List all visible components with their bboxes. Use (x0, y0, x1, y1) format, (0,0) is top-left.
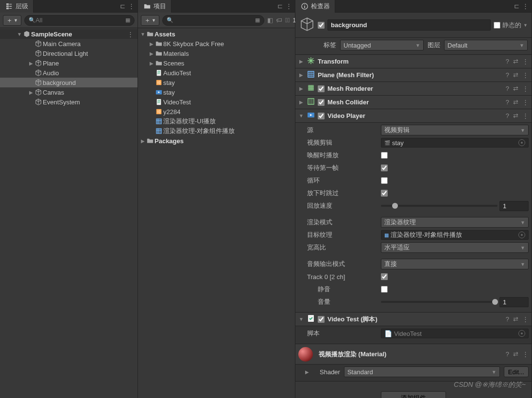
wait-first-frame-checkbox[interactable] (381, 165, 388, 171)
hierarchy-item[interactable]: Plane (0, 58, 137, 68)
hierarchy-item[interactable]: Main Camera (0, 39, 137, 49)
hierarchy-search-input[interactable] (35, 17, 125, 24)
target-texture-field[interactable]: ▦渲染器纹理-对象组件播放 (381, 230, 529, 240)
inspector-tab[interactable]: 检查器 (295, 0, 335, 13)
project-item[interactable]: #VideoTest (138, 97, 295, 107)
preset-icon[interactable]: ⇄ (513, 58, 518, 65)
menu-icon[interactable]: ⋮ (522, 85, 529, 92)
aspect-dropdown[interactable]: 水平适应▼ (381, 242, 529, 253)
packages-row[interactable]: Packages (138, 136, 295, 146)
preset-icon[interactable]: ⇄ (513, 315, 518, 323)
lock-icon[interactable]: ⊏ (277, 2, 283, 10)
expand-arrow[interactable] (304, 369, 310, 375)
tag-dropdown[interactable]: Untagged▼ (340, 40, 424, 50)
search-type-icon[interactable]: ▦ (255, 17, 260, 23)
expand-arrow[interactable] (298, 100, 304, 105)
source-dropdown[interactable]: 视频剪辑▼ (381, 125, 529, 135)
expand-arrow[interactable] (28, 61, 34, 66)
help-icon[interactable]: ? (506, 85, 509, 92)
hierarchy-item[interactable]: Canvas (0, 87, 137, 97)
project-item[interactable]: Scenes (138, 58, 295, 68)
mute-checkbox[interactable] (381, 286, 388, 293)
component-enabled-checkbox[interactable] (318, 85, 325, 92)
lock-icon[interactable]: ⊏ (514, 2, 519, 10)
filter-icon[interactable]: ◧ (267, 17, 273, 24)
project-item[interactable]: y2284 (138, 107, 295, 116)
hierarchy-search[interactable]: 🔍 ▦ (24, 15, 135, 26)
menu-icon[interactable]: ⋮ (522, 2, 529, 10)
lock-icon[interactable]: ⊏ (120, 2, 125, 10)
help-icon[interactable]: ? (506, 58, 509, 65)
clip-object-field[interactable]: 🎬stay (381, 138, 529, 148)
hierarchy-item[interactable]: Directional Light (0, 49, 137, 58)
menu-icon[interactable]: ⋮ (522, 350, 529, 358)
active-checkbox[interactable] (318, 22, 325, 29)
component-enabled-checkbox[interactable] (318, 316, 325, 323)
object-picker-icon[interactable] (518, 232, 525, 238)
mesh-collider-header[interactable]: Mesh Collider ?⇄⋮ (295, 96, 532, 109)
project-item[interactable]: Materials (138, 49, 295, 58)
static-dropdown[interactable]: 静态的 ▼ (494, 21, 528, 30)
expand-arrow[interactable] (17, 32, 22, 37)
menu-icon[interactable]: ⋮ (522, 315, 529, 323)
menu-icon[interactable]: ⋮ (128, 2, 135, 10)
help-icon[interactable]: ? (506, 71, 509, 79)
help-icon[interactable]: ? (506, 350, 509, 358)
project-item[interactable]: stay (138, 87, 295, 97)
hierarchy-item[interactable]: EventSystem (0, 97, 137, 107)
expand-arrow[interactable] (140, 32, 146, 37)
create-dropdown[interactable]: ＋▼ (141, 15, 159, 26)
volume-slider[interactable] (381, 301, 498, 303)
component-enabled-checkbox[interactable] (318, 113, 325, 119)
search-type-icon[interactable]: ▦ (125, 17, 130, 23)
project-item[interactable]: stay (138, 78, 295, 87)
help-icon[interactable]: ? (506, 315, 509, 323)
track-enabled-checkbox[interactable] (381, 273, 388, 280)
expand-arrow[interactable] (298, 72, 304, 78)
project-item[interactable]: #AudioTest (138, 68, 295, 78)
preset-icon[interactable]: ⇄ (513, 99, 518, 106)
menu-icon[interactable]: ⋮ (522, 112, 529, 119)
expand-arrow[interactable] (298, 113, 304, 118)
static-checkbox[interactable] (494, 22, 500, 29)
videotest-script-header[interactable]: Video Test (脚本) ?⇄⋮ (295, 313, 532, 326)
edit-shader-button[interactable]: Edit... (504, 366, 529, 377)
playback-speed-input[interactable] (499, 201, 529, 211)
project-search-input[interactable] (173, 17, 255, 24)
label-icon[interactable]: 🏷 (276, 17, 282, 24)
preset-icon[interactable]: ⇄ (513, 350, 518, 358)
expand-arrow[interactable] (149, 51, 154, 56)
expand-arrow[interactable] (298, 59, 304, 64)
menu-icon[interactable]: ⋮ (522, 58, 529, 65)
expand-arrow[interactable] (298, 86, 304, 91)
project-item[interactable]: 8K Skybox Pack Free (138, 39, 295, 49)
create-dropdown[interactable]: ＋▼ (3, 15, 21, 26)
hierarchy-item[interactable]: background (0, 78, 137, 87)
hierarchy-tab[interactable]: 层级 (0, 0, 34, 13)
play-on-awake-checkbox[interactable] (381, 152, 388, 159)
preset-icon[interactable]: ⇄ (513, 112, 518, 119)
preset-icon[interactable]: ⇄ (513, 85, 518, 92)
skip-on-drop-checkbox[interactable] (381, 190, 388, 197)
gameobject-name-input[interactable] (327, 19, 491, 31)
shader-dropdown[interactable]: Standard▼ (344, 366, 500, 377)
expand-arrow[interactable] (140, 138, 146, 144)
video-player-header[interactable]: Video Player ?⇄⋮ (295, 109, 532, 123)
assets-row[interactable]: Assets (138, 29, 295, 39)
project-item[interactable]: 渲染器纹理-对象组件播放 (138, 126, 295, 136)
menu-icon[interactable]: ⋮ (286, 2, 292, 10)
layer-dropdown[interactable]: Default▼ (444, 40, 528, 50)
material-header[interactable]: 视频播放渲染 (Material) ?⇄⋮ (295, 344, 532, 365)
object-picker-icon[interactable] (518, 139, 525, 146)
mesh-filter-header[interactable]: Plane (Mesh Filter) ?⇄⋮ (295, 68, 532, 82)
add-component-button[interactable]: 添加组件 (381, 391, 446, 398)
mesh-renderer-header[interactable]: Mesh Renderer ?⇄⋮ (295, 82, 532, 96)
expand-arrow[interactable] (149, 61, 154, 66)
menu-icon[interactable]: ⋮ (522, 71, 529, 79)
preset-icon[interactable]: ⇄ (513, 71, 518, 79)
gameobject-icon[interactable] (299, 17, 315, 33)
playback-speed-slider[interactable] (381, 205, 498, 207)
project-search[interactable]: 🔍 ▦ (162, 15, 264, 26)
help-icon[interactable]: ? (506, 112, 509, 119)
expand-arrow[interactable] (149, 41, 154, 47)
